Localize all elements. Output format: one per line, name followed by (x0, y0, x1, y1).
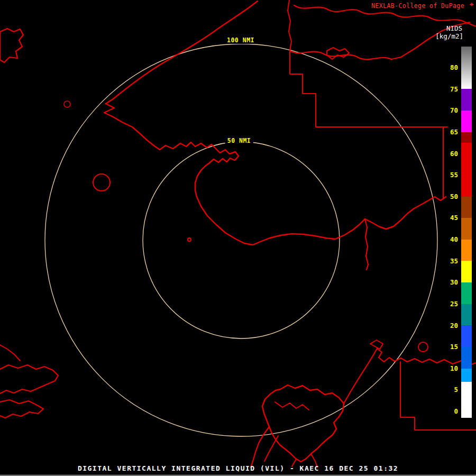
colorbar-title: NIDS (446, 24, 462, 32)
product-status-text: DIGITAL VERTICALLY INTEGRATED LIQUID (VI… (0, 464, 476, 472)
map-boundary-line (0, 345, 20, 361)
radar-map-svg (0, 0, 476, 476)
outer-range-ring (45, 44, 437, 436)
colorbar-segment (461, 132, 472, 143)
map-boundary-line (365, 219, 368, 270)
colorbar-segment (461, 143, 472, 197)
outer-range-ring-label: 100 NMI (225, 36, 257, 44)
bottom-divider (0, 475, 476, 475)
inner-range-ring (143, 142, 340, 338)
map-boundary-line (0, 29, 23, 62)
map-boundary-line (290, 22, 470, 59)
colorbar-segment (461, 369, 472, 382)
map-boundary-line (344, 349, 377, 404)
radar-display: 100 NMI 50 NMI NEXLAB-College of DuPage … (0, 0, 476, 476)
map-boundary-line (327, 48, 349, 59)
colorbar-segment (461, 47, 472, 89)
colorbar-segment (461, 261, 472, 282)
colorbar-segment (461, 304, 472, 325)
colorbar-segment (461, 111, 472, 132)
map-boundary-line (262, 385, 344, 462)
colorbar-segment (461, 347, 472, 369)
map-boundary-line (0, 365, 58, 393)
colorbar-bar (461, 47, 472, 418)
map-feature-circle (188, 238, 191, 241)
colorbar-units-label: [kg/m2] (435, 32, 463, 40)
map-boundary-line (251, 427, 269, 468)
brand-text: NEXLAB-College of DuPage (371, 2, 464, 10)
map-boundary-line (0, 400, 43, 418)
colorbar-segment (461, 382, 472, 418)
colorbar-segment (461, 282, 472, 304)
map-feature-circle (64, 101, 70, 107)
colorbar-segment (461, 325, 472, 347)
map-boundary-line (264, 436, 278, 461)
colorbar-segment (461, 89, 472, 111)
inner-range-ring-label: 50 NMI (225, 137, 253, 144)
colorbar-segment (461, 240, 472, 261)
map-boundary-line (288, 0, 316, 127)
map-boundary-line (370, 340, 383, 349)
map-feature-circle (93, 174, 110, 191)
map-feature-circle (418, 342, 428, 352)
map-boundary-line (275, 402, 309, 410)
colorbar-segment (461, 218, 472, 240)
colorbar-segment (461, 197, 472, 218)
nexlab-logo-icon: ⌖ (470, 1, 474, 8)
